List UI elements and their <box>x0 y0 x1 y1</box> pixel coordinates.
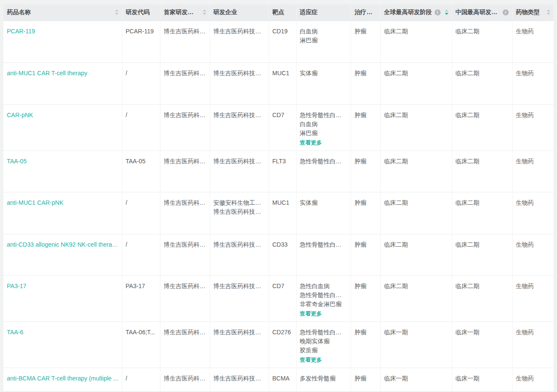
cell-china-phase: 临床二期 <box>452 21 512 62</box>
column-label: 靶点 <box>273 9 284 16</box>
cell-china-phase: 临床二期 <box>452 104 512 150</box>
drug-type-text: 生物药 <box>516 240 551 249</box>
cell-drug-name: PA3-17 <box>3 275 122 321</box>
first-developer-text: 博生吉医药科技... <box>164 198 206 207</box>
code-text: / <box>126 240 157 249</box>
first-developer-text: 博生吉医药科技... <box>164 69 206 78</box>
china-phase-text: 临床一期 <box>456 374 509 383</box>
indication-text: 淋巴瘤 <box>300 129 347 138</box>
column-header-global_phase[interactable]: 全球最高研发阶段i <box>380 4 452 21</box>
indication-text: 急性骨髓性白血病 <box>300 111 347 120</box>
cell-drug-type: 生物药 <box>512 368 554 391</box>
first-developer-text: 博生吉医药科技... <box>164 111 206 120</box>
drug-name-link[interactable]: anti-MUC1 CAR-pNK <box>7 198 63 207</box>
table-row: anti-MUC1 CAR T-cell therapy/博生吉医药科技...博… <box>3 62 554 104</box>
cell-china-phase: 临床二期 <box>452 62 512 104</box>
target-text: CD33 <box>273 240 293 249</box>
caret-up-icon <box>115 9 119 12</box>
cell-global-phase: 临床二期 <box>380 234 452 275</box>
column-header-first_developer[interactable]: 首家研发企业 <box>160 4 210 21</box>
cell-therapy-area: 肿瘤 <box>351 368 380 391</box>
global-phase-text: 临床二期 <box>384 198 448 207</box>
cell-first-developer: 博生吉医药科技... <box>160 368 210 391</box>
column-header-inner: 研发代码 <box>126 9 157 16</box>
column-header-code: 研发代码 <box>122 4 160 21</box>
cell-developers: 博生吉医药科技（... <box>210 150 269 192</box>
view-more-link[interactable]: 查看更多 <box>300 355 322 364</box>
column-header-target: 靶点 <box>269 4 296 21</box>
cell-code: / <box>122 368 160 391</box>
indication-text: 淋巴瘤 <box>300 36 347 45</box>
cell-china-phase: 临床二期 <box>452 275 512 321</box>
cell-first-developer: 博生吉医药科技... <box>160 275 210 321</box>
code-text: PCAR-119 <box>126 27 157 36</box>
cell-therapy-area: 肿瘤 <box>351 62 380 104</box>
cell-global-phase: 临床二期 <box>380 275 452 321</box>
caret-down-icon <box>547 13 550 15</box>
column-header-name[interactable]: 药品名称 <box>3 4 122 21</box>
cell-china-phase: 临床二期 <box>452 192 512 234</box>
drug-name-link[interactable]: CAR-pNK <box>7 111 33 120</box>
cell-indications: 白血病淋巴瘤 <box>296 21 351 62</box>
column-label: 中国最高研发阶段 <box>456 9 500 16</box>
cell-drug-name: TAA-6 <box>3 321 122 368</box>
cell-code: / <box>122 234 160 275</box>
view-more-link[interactable]: 查看更多 <box>300 138 322 147</box>
cell-indications: 实体瘤 <box>296 192 351 234</box>
drug-name-link[interactable]: PCAR-119 <box>7 27 35 36</box>
first-developer-text: 博生吉医药科技... <box>164 27 206 36</box>
cell-therapy-area: 肿瘤 <box>351 150 380 192</box>
caret-up-icon <box>203 9 206 12</box>
first-developer-text: 博生吉医药科技... <box>164 157 206 166</box>
column-header-drug_type[interactable]: 药物类型 <box>512 4 554 21</box>
cell-global-phase: 临床二期 <box>380 150 452 192</box>
indication-text: 非霍奇金淋巴瘤 <box>300 300 347 309</box>
global-phase-text: 临床一期 <box>384 328 448 337</box>
caret-up-icon <box>547 9 550 12</box>
info-icon[interactable]: i <box>435 9 441 15</box>
indication-text: 胶质瘤 <box>300 346 347 355</box>
cell-therapy-area: 肿瘤 <box>351 234 380 275</box>
table-row: anti-CD33 allogenic NK92 NK-cell therapy… <box>3 234 554 275</box>
cell-developers: 博生吉医药科技（... <box>210 321 269 368</box>
target-text: CD7 <box>273 282 293 291</box>
cell-drug-type: 生物药 <box>512 104 554 150</box>
cell-drug-type: 生物药 <box>512 21 554 62</box>
indication-text: 白血病 <box>300 120 347 129</box>
info-icon[interactable]: i <box>503 9 509 15</box>
table-row: anti-BCMA CAR T-cell therapy (multiple .… <box>3 368 554 391</box>
cell-therapy-area: 肿瘤 <box>351 21 380 62</box>
drug-name-link[interactable]: PA3-17 <box>7 282 27 291</box>
column-header-inner: 适应症 <box>300 9 347 16</box>
cell-first-developer: 博生吉医药科技... <box>160 234 210 275</box>
cell-target: CD19 <box>269 21 296 62</box>
drug-table-page: 药品名称研发代码首家研发企业研发企业靶点适应症治疗领域全球最高研发阶段i中国最高… <box>0 0 557 392</box>
drug-name-link[interactable]: anti-BCMA CAR T-cell therapy (multiple .… <box>7 374 118 383</box>
developer-text: 博生吉医药科技（... <box>213 157 265 166</box>
china-phase-text: 临床二期 <box>456 69 509 78</box>
cell-developers: 博生吉医药科技（... <box>210 104 269 150</box>
column-label: 研发企业 <box>213 9 237 16</box>
sort-icon[interactable] <box>199 9 206 15</box>
sort-icon[interactable] <box>542 9 550 15</box>
drug-name-link[interactable]: anti-CD33 allogenic NK92 NK-cell therapy <box>7 240 119 249</box>
sort-icon[interactable] <box>111 9 119 15</box>
cell-china-phase: 临床二期 <box>452 234 512 275</box>
drug-name-link[interactable]: anti-MUC1 CAR T-cell therapy <box>7 69 87 78</box>
view-more-link[interactable]: 查看更多 <box>300 309 322 318</box>
caret-down-icon <box>445 13 448 15</box>
drug-name-link[interactable]: TAA-6 <box>7 328 24 337</box>
first-developer-text: 博生吉医药科技... <box>164 240 206 249</box>
sort-icon[interactable] <box>441 9 448 15</box>
drug-name-link[interactable]: TAA-05 <box>7 157 27 166</box>
cell-therapy-area: 肿瘤 <box>351 192 380 234</box>
indication-text: 白血病 <box>300 27 347 36</box>
cell-indications: 多发性骨髓瘤 <box>296 368 351 391</box>
therapy-area-text: 肿瘤 <box>355 374 377 383</box>
column-label: 治疗领域 <box>355 9 377 16</box>
cell-drug-name: CAR-pNK <box>3 104 122 150</box>
cell-global-phase: 临床二期 <box>380 192 452 234</box>
global-phase-text: 临床二期 <box>384 240 448 249</box>
developer-text: 安徽安科生物工程... <box>213 198 265 207</box>
cell-indications: 急性骨髓性白血病 <box>296 234 351 275</box>
